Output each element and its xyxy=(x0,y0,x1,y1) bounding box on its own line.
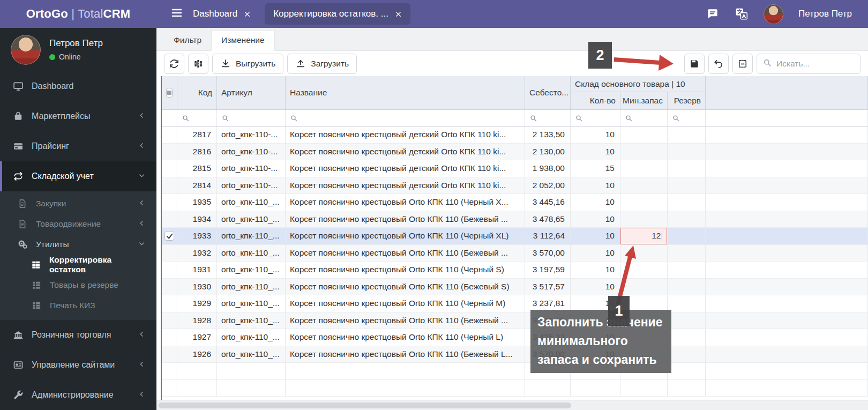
user-avatar[interactable] xyxy=(764,4,783,24)
cell-min-stock[interactable] xyxy=(620,160,668,177)
row-select-cell[interactable] xyxy=(162,144,177,161)
header-code[interactable]: Код xyxy=(177,76,217,110)
search-box[interactable] xyxy=(757,54,860,74)
sidebar-item-reserved-goods[interactable]: Товары в резерве xyxy=(0,275,156,295)
cell-sku[interactable]: orto_кпк-110_... xyxy=(217,279,286,296)
sidebar-item-stock-adjustment[interactable]: Корректировка остатков xyxy=(0,255,156,275)
cell-reserve[interactable] xyxy=(668,211,706,228)
cell-name[interactable]: Корсет пояснично крестцовый детский Orto… xyxy=(286,126,525,144)
header-sku[interactable]: Артикул xyxy=(217,76,286,110)
row-select-cell[interactable] xyxy=(162,228,177,245)
sidebar-item-warehouse[interactable]: Складской учет xyxy=(0,161,156,191)
cell-name[interactable]: Корсет пояснично крестцовый Orto КПК 110… xyxy=(286,262,525,279)
select-all-cell[interactable] xyxy=(162,76,177,110)
table-row[interactable]: 1929orto_кпк-110_...Корсет пояснично кре… xyxy=(162,295,868,312)
row-select-cell[interactable] xyxy=(162,312,177,330)
cell-sku[interactable]: orto_кпк-110_... xyxy=(217,346,286,363)
undo-button[interactable] xyxy=(708,54,729,74)
topbar-tab-stock-adjustment[interactable]: Корректировка остатков. ... xyxy=(265,3,410,25)
cell-reserve[interactable] xyxy=(668,194,706,211)
cell-reserve[interactable] xyxy=(668,177,706,195)
cell-name[interactable]: Корсет пояснично крестцовый детский Orto… xyxy=(286,160,525,177)
cell-code[interactable]: 1931 xyxy=(177,262,217,279)
cell-name[interactable]: Корсет пояснично крестцовый Orto КПК 110… xyxy=(286,245,525,262)
cell-qty[interactable]: 10 xyxy=(571,194,620,211)
sidebar-item-marketplaces[interactable]: Маркетплейсы xyxy=(0,101,156,131)
cell-code[interactable]: 2815 xyxy=(177,160,217,177)
cell-min-stock[interactable] xyxy=(620,177,668,195)
cell-name[interactable]: Корсет пояснично крестцовый Orto КПК 110… xyxy=(286,228,525,245)
cell-sku[interactable]: orto_кпк-110_... xyxy=(217,312,286,330)
table-row[interactable]: 1935orto_кпк-110_...Корсет пояснично кре… xyxy=(162,194,868,211)
cell-min-stock[interactable]: 12 xyxy=(620,228,668,245)
table-row[interactable]: 1932orto_кпк-110_...Корсет пояснично кре… xyxy=(162,245,868,262)
cell-cost[interactable]: 3 509,10 xyxy=(525,312,571,330)
cell-min-stock[interactable] xyxy=(620,262,668,279)
header-min-stock[interactable]: Мин.запас xyxy=(620,92,668,110)
table-row[interactable]: 2815orto_кпк-110-...Корсет пояснично кре… xyxy=(162,160,868,177)
cell-sku[interactable]: orto_кпк-110_... xyxy=(217,211,286,228)
xlsx-export-button[interactable]: xls xyxy=(732,54,753,74)
cell-name[interactable]: Корсет пояснично крестцовый детский Orto… xyxy=(286,144,525,161)
cell-cost[interactable]: 3 237,81 xyxy=(525,295,571,312)
sidebar-item-kiz-print[interactable]: Печать КИЗ xyxy=(0,295,156,316)
cell-qty[interactable]: 10 xyxy=(571,211,620,228)
scrollbar-thumb[interactable] xyxy=(159,402,571,408)
row-select-cell[interactable] xyxy=(162,194,177,211)
row-select-cell[interactable] xyxy=(162,211,177,228)
horizontal-scrollbar[interactable] xyxy=(156,400,868,410)
cell-code[interactable]: 1930 xyxy=(177,279,217,296)
close-icon[interactable] xyxy=(244,11,251,18)
cell-reserve[interactable] xyxy=(668,245,706,262)
cell-reserve[interactable] xyxy=(668,160,706,177)
filter-code[interactable] xyxy=(177,110,217,126)
cell-min-stock[interactable] xyxy=(620,295,668,312)
cell-qty[interactable]: 10 xyxy=(571,177,620,195)
row-select-cell[interactable] xyxy=(162,262,177,279)
cell-reserve[interactable] xyxy=(668,312,706,330)
table-row[interactable]: 1926orto_кпк-110_...Корсет пояснично кре… xyxy=(162,346,868,363)
cell-qty[interactable]: 10 xyxy=(571,144,620,161)
cell-name[interactable]: Корсет пояснично крестцовый Orto КПК 110… xyxy=(286,312,525,330)
cell-cost[interactable]: 3 112,64 xyxy=(525,228,571,245)
table-row[interactable]: 1930orto_кпк-110_...Корсет пояснично кре… xyxy=(162,279,868,296)
cell-name[interactable]: Корсет пояснично крестцовый Orto КПК 110… xyxy=(286,329,525,346)
filter-cost[interactable] xyxy=(525,110,571,126)
cell-qty[interactable]: 10 xyxy=(571,245,620,262)
header-reserve[interactable]: Резерв xyxy=(668,92,706,110)
cell-qty[interactable]: 10 xyxy=(571,279,620,296)
save-button[interactable] xyxy=(684,54,705,74)
sidebar-item-movement[interactable]: Товародвижение xyxy=(0,214,156,234)
topbar-tab-dashboard[interactable]: Dashboard xyxy=(184,3,259,25)
row-select-cell[interactable] xyxy=(162,245,177,262)
cell-qty[interactable]: 10 xyxy=(571,262,620,279)
cell-cost[interactable]: 3 517,57 xyxy=(525,279,571,296)
row-select-cell[interactable] xyxy=(162,279,177,296)
cell-sku[interactable]: orto_кпк-110-... xyxy=(217,160,286,177)
header-cost[interactable]: Себесто... xyxy=(525,76,571,110)
cell-min-stock[interactable] xyxy=(620,346,668,363)
cell-min-stock[interactable] xyxy=(620,126,668,144)
cell-sku[interactable]: orto_кпк-110_... xyxy=(217,295,286,312)
cell-code[interactable]: 1932 xyxy=(177,245,217,262)
row-checkbox[interactable] xyxy=(164,231,174,241)
table-row[interactable]: 2814orto_кпк-110-...Корсет пояснично кре… xyxy=(162,177,868,195)
cell-name[interactable]: Корсет пояснично крестцовый детский Orto… xyxy=(286,177,525,195)
cell-reserve[interactable] xyxy=(668,295,706,312)
cell-cost[interactable]: 3 570,00 xyxy=(525,346,571,363)
close-icon[interactable] xyxy=(395,11,402,18)
select-all-checkbox[interactable] xyxy=(166,88,173,98)
cell-reserve[interactable] xyxy=(668,144,706,161)
cell-min-stock[interactable] xyxy=(620,245,668,262)
tab-filter[interactable]: Фильтр xyxy=(164,31,211,50)
cell-min-stock[interactable] xyxy=(620,211,668,228)
filter-qty[interactable] xyxy=(571,110,620,126)
filter-sku[interactable] xyxy=(217,110,286,126)
cell-cost[interactable]: 3 478,65 xyxy=(525,211,571,228)
table-row[interactable]: 1934orto_кпк-110_...Корсет пояснично кре… xyxy=(162,211,868,228)
translate-icon[interactable] xyxy=(735,7,749,21)
cell-code[interactable]: 1927 xyxy=(177,329,217,346)
table-row[interactable]: 1931orto_кпк-110_...Корсет пояснично кре… xyxy=(162,262,868,279)
cell-qty[interactable]: 10 xyxy=(571,228,620,245)
user-avatar[interactable] xyxy=(11,35,41,65)
